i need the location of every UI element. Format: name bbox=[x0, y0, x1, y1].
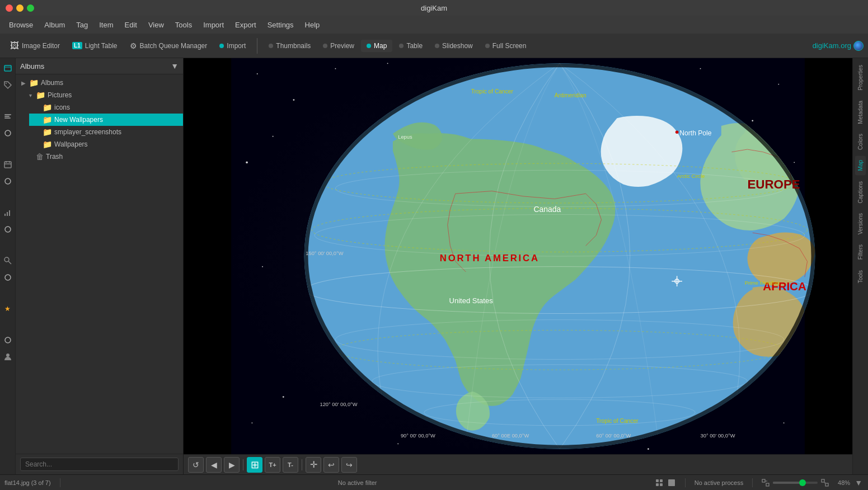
menu-tools[interactable]: Tools bbox=[171, 18, 196, 31]
map-back-button[interactable]: ◀ bbox=[206, 457, 222, 473]
tree-item-wallpapers[interactable]: 📁 Wallpapers bbox=[29, 138, 183, 150]
timeline-bullet[interactable] bbox=[0, 222, 16, 237]
coord-60w-label: 60° 00E 00,0°W bbox=[492, 433, 529, 439]
map-dot bbox=[367, 44, 371, 48]
tree-item-icons[interactable]: 📁 icons bbox=[29, 101, 183, 114]
panel-labels-icon[interactable] bbox=[0, 109, 16, 124]
minimize-button[interactable] bbox=[16, 4, 24, 12]
right-panel-map[interactable]: Map bbox=[855, 156, 866, 175]
thumbnail-size-controls bbox=[655, 478, 676, 487]
panel-dates-icon[interactable] bbox=[0, 157, 16, 172]
north-pole-label: North Pole bbox=[679, 129, 711, 137]
maximize-button[interactable] bbox=[27, 4, 34, 12]
map-next-button[interactable]: ↪ bbox=[341, 457, 357, 473]
menu-import[interactable]: Import bbox=[199, 18, 228, 31]
tree-item-trash[interactable]: 🗑 Trash bbox=[22, 150, 183, 163]
dates-bullet[interactable] bbox=[0, 173, 16, 189]
pictures-expand-arrow: ▾ bbox=[27, 92, 34, 98]
trash-label: Trash bbox=[46, 153, 63, 161]
folder-icon: 📁 bbox=[29, 78, 39, 87]
light-table-button[interactable]: L1 Light Table bbox=[67, 40, 123, 52]
album-dropdown-button[interactable]: ▼ bbox=[171, 62, 179, 70]
svg-point-24 bbox=[257, 73, 258, 74]
panel-timeline-icon[interactable] bbox=[0, 205, 16, 220]
svg-point-11 bbox=[5, 178, 11, 184]
tab-table[interactable]: Table bbox=[393, 40, 428, 52]
right-panel-properties[interactable]: Properties bbox=[855, 60, 866, 95]
coord-60w2-label: 60° 00' 00,0°W bbox=[596, 433, 631, 439]
panel-people-gps-icon[interactable] bbox=[0, 332, 16, 348]
panel-tags-icon[interactable] bbox=[0, 77, 16, 93]
search-input[interactable] bbox=[20, 458, 179, 471]
map-view-button[interactable]: ⊞ bbox=[247, 457, 262, 473]
svg-point-53 bbox=[675, 130, 679, 134]
zoom-slider[interactable] bbox=[773, 482, 818, 484]
svg-point-36 bbox=[700, 68, 701, 69]
import-button[interactable]: Import bbox=[214, 40, 251, 52]
map-zoom-in-button[interactable]: T+ bbox=[265, 457, 280, 473]
table-dot bbox=[399, 44, 403, 48]
tree-item-smplayer[interactable]: 📁 smplayer_screenshots bbox=[29, 126, 183, 138]
favorites-icon[interactable]: ★ bbox=[0, 301, 16, 317]
digikam-website-link[interactable]: digiKam.org bbox=[813, 41, 864, 51]
menu-browse[interactable]: Browse bbox=[4, 18, 37, 31]
album-panel-title: Albums bbox=[20, 62, 44, 70]
albums-root-label: Albums bbox=[41, 79, 63, 87]
map-reset-button[interactable]: ↺ bbox=[188, 457, 204, 473]
zoom-fit-icon[interactable] bbox=[762, 479, 770, 487]
svg-point-40 bbox=[648, 448, 649, 450]
zoom-dropdown-button[interactable]: ▼ bbox=[853, 478, 864, 487]
label-bullet[interactable] bbox=[0, 125, 16, 141]
tab-preview[interactable]: Preview bbox=[317, 40, 360, 52]
right-panel-versions[interactable]: Versions bbox=[855, 209, 866, 239]
thumbnail-size-large-icon[interactable] bbox=[667, 478, 676, 487]
zoom-slider-thumb[interactable] bbox=[799, 479, 806, 486]
fullscreen-dot bbox=[485, 44, 490, 48]
map-center-button[interactable]: ✛ bbox=[306, 457, 321, 473]
right-panel-tools[interactable]: Tools bbox=[855, 266, 866, 288]
map-zoom-out-button[interactable]: T- bbox=[283, 457, 298, 473]
search-bullet[interactable] bbox=[0, 270, 16, 285]
tree-item-pictures[interactable]: ▾ 📁 Pictures bbox=[22, 89, 183, 101]
map-toolbar-sep1 bbox=[243, 459, 243, 470]
tree-item-albums[interactable]: ▶ 📁 Albums bbox=[16, 77, 183, 89]
left-panel-tabs: ★ bbox=[0, 58, 16, 474]
batch-queue-button[interactable]: ⚙ Batch Queue Manager bbox=[124, 39, 213, 53]
batch-queue-icon: ⚙ bbox=[130, 41, 137, 50]
menu-album[interactable]: Album bbox=[40, 18, 69, 31]
antimeridian-label: Antimeridian bbox=[555, 92, 587, 98]
menu-export[interactable]: Export bbox=[231, 18, 261, 31]
tree-item-new-wallpapers[interactable]: 📁 New Wallpapers bbox=[29, 114, 183, 126]
zoom-expand-icon[interactable] bbox=[821, 479, 829, 487]
right-panel-filters[interactable]: Filters bbox=[855, 240, 866, 264]
menu-edit[interactable]: Edit bbox=[120, 18, 141, 31]
right-panel-metadata[interactable]: Metadata bbox=[855, 96, 866, 129]
menu-item[interactable]: Item bbox=[95, 18, 118, 31]
toolbar-separator bbox=[257, 38, 257, 54]
tab-fullscreen[interactable]: Full Screen bbox=[480, 40, 532, 52]
svg-rect-3 bbox=[4, 114, 11, 115]
menu-settings[interactable]: Settings bbox=[263, 18, 298, 31]
panel-people-icon[interactable] bbox=[0, 349, 16, 365]
right-panel-captions[interactable]: Captions bbox=[855, 177, 866, 208]
thumbnail-size-small-icon[interactable] bbox=[655, 478, 664, 487]
close-button[interactable] bbox=[6, 4, 13, 12]
right-panel-colors[interactable]: Colors bbox=[855, 129, 866, 154]
menu-help[interactable]: Help bbox=[301, 18, 325, 31]
map-area[interactable]: North Pole Antimeridian Tropic of Cancer… bbox=[184, 58, 852, 474]
tab-map[interactable]: Map bbox=[361, 40, 392, 52]
panel-search-icon[interactable] bbox=[0, 253, 16, 268]
svg-rect-7 bbox=[4, 162, 11, 168]
map-forward-button[interactable]: ▶ bbox=[224, 457, 240, 473]
menu-tag[interactable]: Tag bbox=[72, 18, 92, 31]
menu-view[interactable]: View bbox=[144, 18, 168, 31]
window-controls[interactable] bbox=[6, 4, 34, 12]
panel-albums-icon[interactable] bbox=[0, 60, 16, 76]
tab-slideshow[interactable]: Slideshow bbox=[429, 40, 478, 52]
svg-point-32 bbox=[251, 422, 252, 423]
table-label: Table bbox=[406, 42, 423, 50]
batch-queue-label: Batch Queue Manager bbox=[140, 42, 208, 50]
tab-thumbnails[interactable]: Thumbnails bbox=[263, 40, 316, 52]
map-prev-button[interactable]: ↩ bbox=[323, 457, 339, 473]
image-editor-button[interactable]: 🖼 Image Editor bbox=[4, 39, 65, 53]
